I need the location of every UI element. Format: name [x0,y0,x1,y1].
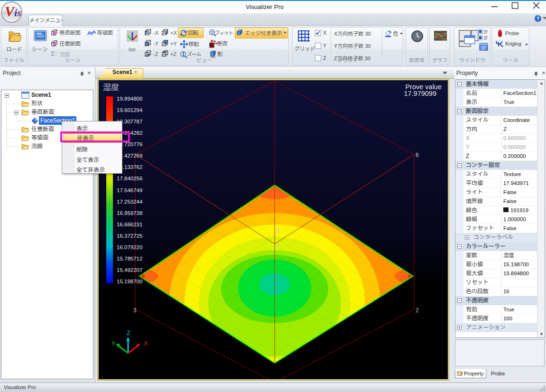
svg-text:15.492207: 15.492207 [117,267,142,273]
svg-text:19.894800: 19.894800 [117,96,142,102]
svg-text:15.785712: 15.785712 [117,256,142,261]
svg-text:16.079220: 16.079220 [117,244,142,250]
svg-text:19.601294: 19.601294 [117,107,143,113]
svg-text:16.372725: 16.372725 [117,233,142,239]
svg-text:17.840256: 17.840256 [117,176,142,181]
svg-text:6: 6 [416,152,419,159]
svg-text:16.959738: 16.959738 [117,210,142,216]
svg-text:2: 2 [416,307,419,314]
svg-text:3: 3 [133,307,137,314]
svg-text:17.979099: 17.979099 [404,90,436,97]
svg-text:17.253244: 17.253244 [117,199,143,205]
svg-text:湿度: 湿度 [103,83,119,92]
svg-text:Z: Z [127,329,130,336]
svg-text:Y: Y [111,340,116,347]
svg-text:X: X [144,340,148,347]
svg-text:16.666231: 16.666231 [117,222,142,227]
svg-text:5: 5 [276,242,279,249]
svg-text:9: 9 [276,228,279,234]
svg-text:17.546749: 17.546749 [117,187,142,193]
svg-text:15.198700: 15.198700 [117,279,142,284]
